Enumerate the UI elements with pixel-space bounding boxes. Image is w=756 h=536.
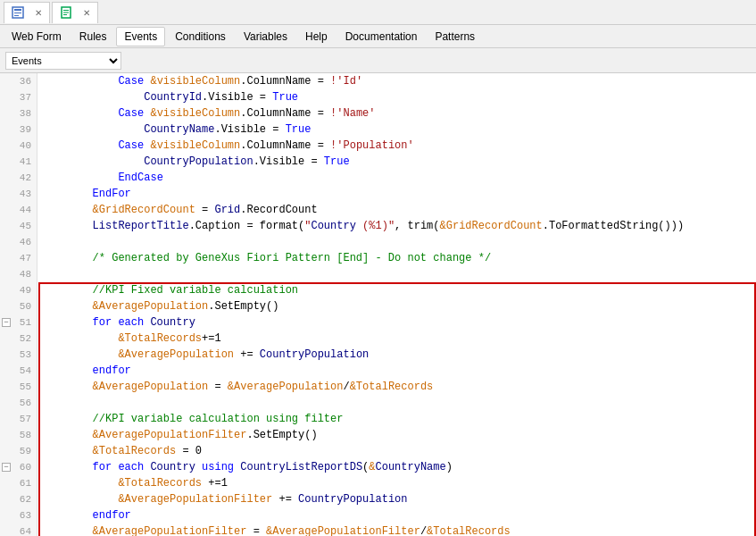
- line-number-53: 53: [0, 347, 37, 363]
- code-line-55: &AveragePopulation = &AveragePopulation/…: [41, 379, 752, 395]
- code-line-49: //KPI Fixed variable calculation: [41, 282, 752, 298]
- menu-webform[interactable]: Web Form: [4, 27, 70, 46]
- code-line-54: endfor: [41, 363, 752, 379]
- line-number-40: 40: [0, 138, 37, 154]
- line-number-59: 59: [0, 443, 37, 459]
- code-line-60: for each Country using CountryListReport…: [41, 459, 752, 475]
- line-number-43: 43: [0, 186, 37, 202]
- code-line-63: endfor: [41, 507, 752, 523]
- code-line-40: Case &visibleColumn.ColumnName = !'Popul…: [41, 138, 752, 154]
- line-number-54: 54: [0, 363, 37, 379]
- code-line-41: CountryPopulation.Visible = True: [41, 154, 752, 170]
- line-number-45: 45: [0, 218, 37, 234]
- code-line-59: &TotalRecords = 0: [41, 443, 752, 459]
- menu-patterns[interactable]: Patterns: [427, 27, 483, 46]
- line-number-47: 47: [0, 250, 37, 266]
- line-number-37: 37: [0, 89, 37, 105]
- line-number-51: 51−: [0, 314, 37, 331]
- code-line-36: Case &visibleColumn.ColumnName = !'Id': [41, 73, 752, 89]
- line-number-55: 55: [0, 379, 37, 395]
- code-line-43: EndFor: [41, 186, 752, 202]
- line-number-44: 44: [0, 202, 37, 218]
- line-number-58: 58: [0, 427, 37, 443]
- code-line-39: CountryName.Visible = True: [41, 121, 752, 138]
- line-number-41: 41: [0, 154, 37, 170]
- line-number-48: 48: [0, 266, 37, 282]
- line-number-64: 64: [0, 523, 37, 536]
- code-line-42: EndCase: [41, 170, 752, 186]
- menu-documentation[interactable]: Documentation: [337, 27, 426, 46]
- line-number-36: 36: [0, 73, 37, 89]
- report-tab-close[interactable]: ✕: [83, 8, 90, 18]
- code-line-57: //KPI variable calculation using filter: [41, 411, 752, 427]
- tab-countrylistreport[interactable]: ✕: [52, 2, 98, 23]
- code-area: Case &visibleColumn.ColumnName = !'Id' C…: [37, 73, 756, 536]
- svg-rect-1: [14, 9, 21, 11]
- svg-rect-3: [14, 15, 19, 16]
- title-bar: ✕ ✕: [0, 0, 756, 25]
- line-number-49: 49: [0, 282, 37, 298]
- report-tab-icon: [60, 6, 72, 19]
- line-number-50: 50: [0, 298, 37, 314]
- code-editor[interactable]: 36373839404142434445464748495051−5253545…: [0, 73, 756, 536]
- code-line-37: CountryId.Visible = True: [41, 89, 752, 105]
- line-number-39: 39: [0, 121, 37, 138]
- code-line-44: &GridRecordCount = Grid.RecordCount: [41, 202, 752, 218]
- code-line-45: ListReportTitle.Caption = format("Countr…: [41, 218, 752, 234]
- tab-country[interactable]: ✕: [4, 2, 50, 23]
- line-number-62: 62: [0, 491, 37, 507]
- menu-events[interactable]: Events: [116, 27, 165, 46]
- menu-conditions[interactable]: Conditions: [167, 27, 234, 46]
- line-number-52: 52: [0, 331, 37, 347]
- code-line-47: /* Generated by GeneXus Fiori Pattern [E…: [41, 250, 752, 266]
- line-number-46: 46: [0, 234, 37, 250]
- code-line-61: &TotalRecords +=1: [41, 475, 752, 491]
- svg-rect-6: [63, 13, 69, 13]
- code-line-48: [41, 266, 752, 282]
- line-number-57: 57: [0, 411, 37, 427]
- svg-rect-5: [63, 10, 69, 11]
- country-tab-close[interactable]: ✕: [35, 8, 42, 18]
- menu-bar: Web Form Rules Events Conditions Variabl…: [0, 25, 756, 48]
- collapse-btn-51[interactable]: −: [2, 318, 11, 327]
- code-line-62: &AveragePopulationFilter += CountryPopul…: [41, 491, 752, 507]
- menu-variables[interactable]: Variables: [236, 27, 295, 46]
- code-line-53: &AveragePopulation += CountryPopulation: [41, 347, 752, 363]
- line-number-60: 60−: [0, 459, 37, 475]
- line-number-42: 42: [0, 170, 37, 186]
- line-number-38: 38: [0, 105, 37, 121]
- code-line-58: &AveragePopulationFilter.SetEmpty(): [41, 427, 752, 443]
- menu-help[interactable]: Help: [297, 27, 336, 46]
- editor-wrapper: 36373839404142434445464748495051−5253545…: [0, 73, 756, 536]
- line-numbers: 36373839404142434445464748495051−5253545…: [0, 73, 37, 536]
- code-line-46: [41, 234, 752, 250]
- code-line-38: Case &visibleColumn.ColumnName = !'Name': [41, 105, 752, 121]
- code-line-51: for each Country: [41, 314, 752, 331]
- code-line-50: &AveragePopulation.SetEmpty(): [41, 298, 752, 314]
- country-tab-icon: [12, 6, 24, 19]
- code-line-64: &AveragePopulationFilter = &AveragePopul…: [41, 523, 752, 536]
- line-number-56: 56: [0, 395, 37, 411]
- code-line-56: [41, 395, 752, 411]
- code-line-52: &TotalRecords+=1: [41, 331, 752, 347]
- line-number-61: 61: [0, 475, 37, 491]
- svg-rect-2: [14, 13, 21, 13]
- svg-rect-7: [63, 14, 67, 15]
- events-dropdown[interactable]: Events: [5, 52, 121, 70]
- events-bar: Events: [0, 48, 756, 73]
- line-number-63: 63: [0, 507, 37, 523]
- collapse-btn-60[interactable]: −: [2, 463, 11, 472]
- menu-rules[interactable]: Rules: [71, 27, 115, 46]
